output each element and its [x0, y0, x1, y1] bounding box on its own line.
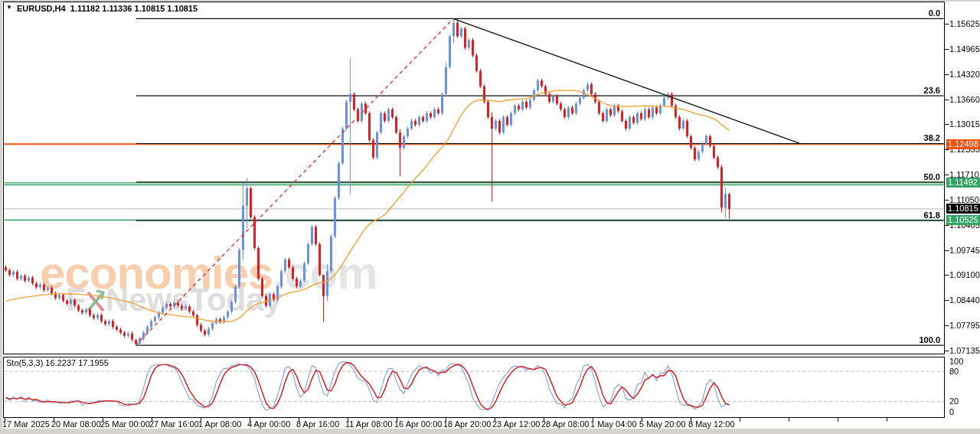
- window-frame-left: [0, 0, 2, 434]
- chart-title: EURUSD,H4 1.11182 1.11336 1.10815 1.1081…: [17, 4, 198, 13]
- chart-window: economies.com FNewsToday 1.156251.149651…: [0, 0, 980, 434]
- window-frame-bottom: [0, 429, 980, 434]
- symbol-dropdown-icon[interactable]: ▼: [6, 4, 12, 11]
- window-frame-top: [0, 0, 980, 2]
- chart-ohlc-values: 1.11182 1.11336 1.10815 1.10815: [70, 4, 198, 13]
- chart-symbol-timeframe: EURUSD,H4: [17, 4, 66, 13]
- stochastic-indicator-label: Sto(5,3,3) 16.2237 17.1955: [6, 358, 109, 367]
- price-chart-canvas[interactable]: [0, 0, 980, 434]
